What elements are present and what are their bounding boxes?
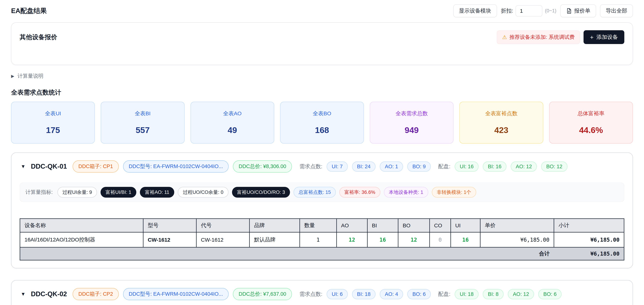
panel-header[interactable]: ▼ DDC-QK-01 DDC箱子: CP1 DDC型号: EA-FWRM-01… — [20, 160, 624, 173]
stat-label: 全表BI — [104, 110, 181, 117]
stat-value: 949 — [373, 125, 450, 135]
quote-button-label: 报价单 — [574, 7, 590, 15]
stat-label: 全表UI — [14, 110, 92, 117]
stat-card-bo: 全表BO 168 — [280, 102, 364, 144]
metric-surplus-ui-bi: 富裕UI/BI: 1 — [100, 187, 136, 198]
stat-value: 49 — [194, 125, 271, 135]
demand-ui-badge: UI: 6 — [327, 289, 348, 299]
stat-label: 全表BO — [283, 110, 361, 117]
demand-label: 需求点数: — [300, 163, 322, 170]
cell-ao: 12 — [336, 232, 367, 247]
stat-card-surplus-points: 全表富裕点数 423 — [460, 102, 543, 144]
demand-label: 需求点数: — [300, 290, 322, 298]
stat-card-bi: 全表BI 557 — [101, 102, 184, 144]
ddc-model-badge: DDC型号: EA-FWRM-0102CW-0404IO... — [123, 160, 228, 173]
cell-bi: 16 — [367, 232, 398, 247]
stat-label: 全表富裕点数 — [462, 110, 540, 117]
collapsed-triangle-icon: ▶ — [11, 74, 14, 79]
col-header-code: 代号 — [196, 219, 250, 232]
alloc-ao-badge: AO: 12 — [511, 161, 537, 172]
calc-note-label: 计算量说明 — [18, 73, 44, 80]
ddc-box-badge: DDC箱子: CP2 — [73, 288, 118, 300]
cell-qty: 1 — [300, 232, 336, 247]
panel-header[interactable]: ▼ DDC-QK-02 DDC箱子: CP2 DDC型号: EA-FWRM-01… — [20, 288, 624, 300]
demand-bo-badge: BO: 9 — [407, 161, 430, 172]
stat-card-ui: 全表UI 175 — [11, 102, 95, 144]
cell-bo: 12 — [398, 232, 430, 247]
alloc-bi-badge: BI: 8 — [483, 289, 504, 299]
stat-value: 168 — [283, 125, 361, 135]
quote-button[interactable]: 报价单 — [560, 4, 596, 17]
demand-bi-badge: BI: 24 — [352, 161, 376, 172]
stat-card-total-demand: 全表需求总数 949 — [370, 102, 454, 144]
toolbar: 显示设备模块 折扣: (0~1) 报价单 导出全部 — [453, 4, 633, 17]
device-table: 设备名称 型号 代号 品牌 数量 AO BI BO CO UI 单价 小计 16… — [20, 218, 624, 260]
discount-label: 折扣: — [501, 7, 513, 15]
plus-icon: + — [590, 34, 594, 40]
alloc-label: 配盘: — [438, 163, 450, 170]
metric-surplus-ao: 富裕AO: 11 — [140, 187, 174, 198]
add-device-button[interactable]: + 添加设备 — [584, 30, 624, 44]
stat-value: 175 — [14, 125, 92, 135]
metric-non-conversion-modules: 非转换模块: 1个 — [432, 187, 476, 198]
metric-total-surplus: 总富裕点数: 15 — [294, 187, 336, 198]
demand-bi-badge: BI: 18 — [352, 289, 376, 299]
collapse-toggle-icon[interactable]: ▼ — [20, 291, 27, 297]
stats-grid: 全表UI 175 全表BI 557 全表AO 49 全表BO 168 全表需求总… — [11, 102, 633, 144]
metric-process-ui-margin: 过程UI余量: 9 — [58, 187, 97, 198]
collapse-toggle-icon[interactable]: ▼ — [20, 164, 27, 169]
col-header-unit-price: 单价 — [480, 219, 554, 232]
stat-label: 总体富裕率 — [552, 110, 630, 117]
col-header-name: 设备名称 — [20, 219, 143, 232]
ddc-model-badge: DDC型号: EA-FWRM-0102CW-0404IO... — [123, 288, 228, 300]
cell-code: CW-1612 — [196, 232, 250, 247]
footer-total-label: 合计 — [20, 247, 554, 260]
stat-value: 557 — [104, 125, 181, 135]
warning-text: 推荐设备未添加: 系统调试费 — [510, 34, 574, 41]
demand-ao-badge: AO: 4 — [380, 289, 403, 299]
table-row: 16AI/16DI/12AO/12DO控制器 CW-1612 CW-1612 默… — [20, 232, 624, 247]
col-header-model: 型号 — [143, 219, 196, 232]
footer-total-value: ¥6,185.00 — [554, 247, 624, 260]
top-bar: EA配盘结果 显示设备模块 折扣: (0~1) 报价单 导出全部 — [11, 0, 633, 22]
metrics-bar: 计算量指标: 过程UI余量: 9 富裕UI/BI: 1 富裕AO: 11 过程U… — [20, 183, 624, 202]
col-header-ao: AO — [336, 219, 367, 232]
col-header-bo: BO — [398, 219, 430, 232]
stat-card-ao: 全表AO 49 — [190, 102, 274, 144]
warning-icon: ⚠ — [502, 34, 507, 40]
discount-input[interactable] — [516, 5, 542, 17]
discount-hint: (0~1) — [545, 8, 556, 14]
alloc-bo-badge: BO: 6 — [538, 289, 562, 299]
col-header-bi: BI — [367, 219, 398, 232]
demand-bo-badge: BO: 6 — [407, 289, 430, 299]
cell-ui: 16 — [450, 232, 480, 247]
metric-local-device-types: 本地设备种类: 1 — [384, 187, 428, 198]
col-header-brand: 品牌 — [250, 219, 300, 232]
col-header-ui: UI — [450, 219, 480, 232]
demand-ao-badge: AO: 1 — [380, 161, 403, 172]
alloc-ui-badge: UI: 18 — [455, 289, 478, 299]
alloc-ao-badge: AO: 12 — [508, 289, 534, 299]
ddc-panel-qk-02: ▼ DDC-QK-02 DDC箱子: CP2 DDC型号: EA-FWRM-01… — [11, 280, 633, 305]
col-header-co: CO — [430, 219, 450, 232]
cell-device-name: 16AI/16DI/12AO/12DO控制器 — [20, 232, 143, 247]
ddc-price-badge: DDC总价: ¥8,306.00 — [233, 160, 292, 173]
show-modules-button[interactable]: 显示设备模块 — [453, 4, 497, 17]
page-title: EA配盘结果 — [11, 7, 47, 16]
missing-device-warning: ⚠ 推荐设备未添加: 系统调试费 — [497, 31, 580, 44]
panel-title: DDC-QK-01 — [31, 163, 67, 170]
stat-value: 423 — [462, 125, 540, 135]
cell-unit-price: ¥6,185.00 — [480, 232, 554, 247]
alloc-bi-badge: BI: 16 — [483, 161, 506, 172]
other-devices-title: 其他设备报价 — [20, 33, 57, 41]
cell-co: 0 — [430, 232, 450, 247]
ddc-panel-qk-01: ▼ DDC-QK-01 DDC箱子: CP1 DDC型号: EA-FWRM-01… — [11, 153, 633, 268]
calc-note-toggle[interactable]: ▶ 计算量说明 — [11, 73, 633, 80]
metrics-label: 计算量指标: — [26, 189, 53, 196]
export-all-button[interactable]: 导出全部 — [600, 4, 633, 17]
stats-section-title: 全表需求点数统计 — [11, 88, 633, 97]
metric-process-uo-co-margin: 过程UO/CO余量: 0 — [178, 187, 228, 198]
stat-card-surplus-rate: 总体富裕率 44.6% — [549, 102, 633, 144]
cell-brand: 默认品牌 — [250, 232, 300, 247]
discount-group: 折扣: (0~1) — [501, 5, 556, 17]
